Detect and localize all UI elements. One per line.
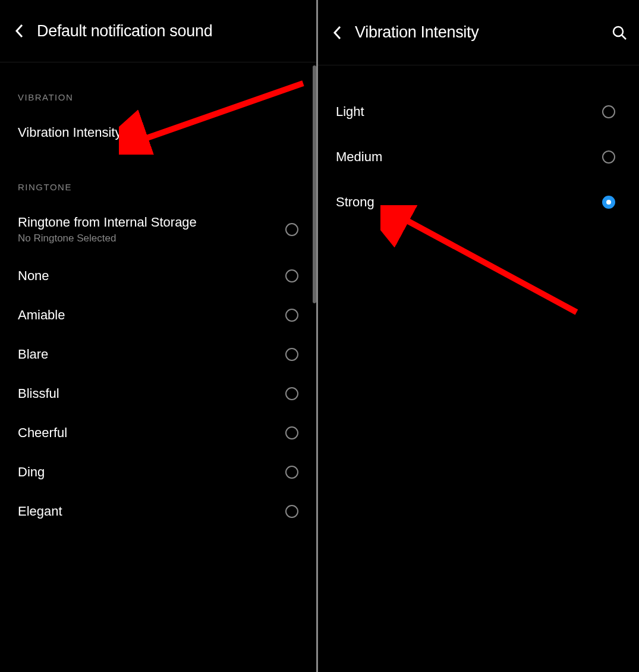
svg-line-1 [622,35,626,39]
ringtone-label: Cheerful [18,425,67,441]
ringtone-label: Blare [18,347,48,362]
ringtone-section-header: RINGTONE [0,152,316,203]
radio-button[interactable] [285,505,298,518]
radio-button[interactable] [602,105,615,118]
page-title-left: Default notification sound [37,22,212,40]
intensity-label: Medium [336,149,382,165]
ringtone-row[interactable]: Blare [0,335,316,374]
ringtone-row[interactable]: Cheerful [0,413,316,453]
radio-button-selected[interactable] [602,196,615,209]
radio-button[interactable] [285,269,298,282]
left-content: VIBRATION Vibration Intensity RINGTONE R… [0,62,316,531]
ringtone-row[interactable]: Amiable [0,296,316,335]
radio-button[interactable] [285,223,298,236]
right-header: Vibration Intensity [318,0,639,65]
left-header: Default notification sound [0,0,316,62]
ringtone-storage-sub: No Ringtone Selected [18,233,197,244]
ringtone-from-storage-row[interactable]: Ringtone from Internal Storage No Ringto… [0,203,316,256]
back-icon[interactable] [330,26,344,40]
radio-button[interactable] [285,309,298,322]
radio-button[interactable] [285,466,298,479]
ringtone-row[interactable]: Elegant [0,492,316,531]
right-pane: Vibration Intensity Light Medium Strong [318,0,639,672]
radio-button[interactable] [602,150,615,164]
ringtone-row[interactable]: Blissful [0,374,316,413]
ringtone-label: None [18,268,49,284]
page-title-right: Vibration Intensity [355,23,479,42]
ringtone-storage-label: Ringtone from Internal Storage [18,215,197,230]
radio-button[interactable] [285,387,298,400]
vibration-intensity-link[interactable]: Vibration Intensity [0,113,316,152]
right-content: Light Medium Strong [318,65,639,225]
ringtone-label: Elegant [18,504,62,519]
radio-button[interactable] [285,348,298,361]
intensity-label: Light [336,104,364,120]
intensity-label: Strong [336,194,374,210]
intensity-option-medium[interactable]: Medium [318,134,639,180]
back-icon[interactable] [12,24,26,38]
intensity-option-strong[interactable]: Strong [318,180,639,225]
intensity-option-light[interactable]: Light [318,89,639,134]
left-pane: Default notification sound VIBRATION Vib… [0,0,318,672]
ringtone-row[interactable]: Ding [0,453,316,492]
scrollbar[interactable] [313,65,316,303]
ringtone-label: Ding [18,464,45,480]
ringtone-label: Blissful [18,386,59,401]
vibration-section-header: VIBRATION [0,62,316,113]
radio-button[interactable] [285,426,298,439]
ringtone-row[interactable]: None [0,256,316,296]
search-icon[interactable] [612,25,627,40]
ringtone-label: Amiable [18,307,65,323]
svg-point-0 [613,27,623,36]
